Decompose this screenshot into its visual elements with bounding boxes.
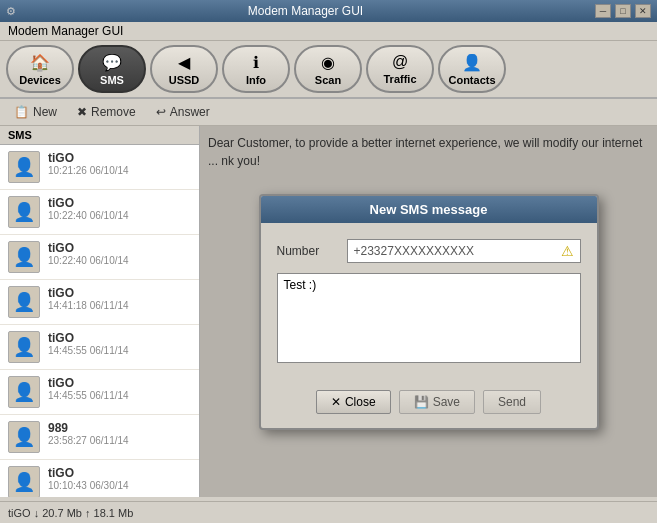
avatar: 👤	[8, 331, 40, 363]
sms-time: 14:41:18 06/11/14	[48, 300, 191, 311]
sms-time: 14:45:55 06/11/14	[48, 390, 191, 401]
sms-sender: tiGO	[48, 241, 191, 255]
sms-panel: SMS 👤 tiGO 10:21:26 06/10/14 👤 tiGO 10:2…	[0, 126, 200, 497]
sms-time: 10:22:40 06/10/14	[48, 255, 191, 266]
sms-time: 23:58:27 06/11/14	[48, 435, 191, 446]
avatar: 👤	[8, 196, 40, 228]
nav-label-sms: SMS	[100, 74, 124, 86]
gear-icon: ⚙	[6, 5, 16, 18]
nav-label-traffic: Traffic	[383, 73, 416, 85]
nav-label-info: Info	[246, 74, 266, 86]
menu-bar: Modem Manager GUI	[0, 22, 657, 41]
sms-sender: tiGO	[48, 151, 191, 165]
sms-time: 10:22:40 06/10/14	[48, 210, 191, 221]
close-icon: ✕	[331, 395, 341, 409]
minimize-button[interactable]: ─	[595, 4, 611, 18]
status-text: tiGO ↓ 20.7 Mb ↑ 18.1 Mb	[8, 507, 133, 519]
sms-sender: tiGO	[48, 196, 191, 210]
info-icon: ℹ	[253, 53, 259, 72]
nav-toolbar: 🏠 Devices 💬 SMS ◀ USSD ℹ Info ◉ Scan @ T…	[0, 41, 657, 99]
answer-label: Answer	[170, 105, 210, 119]
app-menu-label: Modem Manager GUI	[8, 24, 123, 38]
list-item[interactable]: 👤 tiGO 10:10:43 06/30/14	[0, 460, 199, 497]
window-title: Modem Manager GUI	[16, 4, 595, 18]
warning-icon: ⚠	[561, 243, 574, 259]
close-button[interactable]: ✕ Close	[316, 390, 391, 414]
answer-icon: ↩	[156, 105, 166, 119]
nav-btn-devices[interactable]: 🏠 Devices	[6, 45, 74, 93]
dialog-footer: ✕ Close 💾 Save Send	[261, 382, 597, 428]
message-textarea[interactable]	[277, 273, 581, 363]
sms-time: 10:21:26 06/10/14	[48, 165, 191, 176]
list-item[interactable]: 👤 tiGO 14:45:55 06/11/14	[0, 370, 199, 415]
traffic-icon: @	[392, 53, 408, 71]
dialog-body: Number +23327XXXXXXXXXX ⚠	[261, 223, 597, 382]
close-button[interactable]: ✕	[635, 4, 651, 18]
maximize-button[interactable]: □	[615, 4, 631, 18]
nav-label-devices: Devices	[19, 74, 61, 86]
new-label: New	[33, 105, 57, 119]
contacts-icon: 👤	[462, 53, 482, 72]
sms-sender: tiGO	[48, 376, 191, 390]
content-area: Dear Customer, to provide a better inter…	[200, 126, 657, 497]
avatar: 👤	[8, 376, 40, 408]
new-button[interactable]: 📋 New	[8, 103, 63, 121]
nav-btn-info[interactable]: ℹ Info	[222, 45, 290, 93]
close-label: Close	[345, 395, 376, 409]
sms-sender: tiGO	[48, 286, 191, 300]
nav-btn-traffic[interactable]: @ Traffic	[366, 45, 434, 93]
window-controls: ─ □ ✕	[595, 4, 651, 18]
list-item[interactable]: 👤 tiGO 10:22:40 06/10/14	[0, 235, 199, 280]
main-content: SMS 👤 tiGO 10:21:26 06/10/14 👤 tiGO 10:2…	[0, 126, 657, 497]
nav-btn-sms[interactable]: 💬 SMS	[78, 45, 146, 93]
nav-label-contacts: Contacts	[448, 74, 495, 86]
dialog-overlay: New SMS message Number +23327XXXXXXXXXX …	[200, 126, 657, 497]
number-row: Number +23327XXXXXXXXXX ⚠	[277, 239, 581, 263]
title-bar: ⚙ Modem Manager GUI ─ □ ✕	[0, 0, 657, 22]
dialog-title: New SMS message	[261, 196, 597, 223]
sms-sender: tiGO	[48, 331, 191, 345]
avatar: 👤	[8, 421, 40, 453]
avatar: 👤	[8, 286, 40, 318]
save-label: Save	[433, 395, 460, 409]
home-icon: 🏠	[30, 53, 50, 72]
sms-time: 10:10:43 06/30/14	[48, 480, 191, 491]
ussd-icon: ◀	[178, 53, 190, 72]
sms-sender: tiGO	[48, 466, 191, 480]
answer-button[interactable]: ↩ Answer	[150, 103, 216, 121]
list-item[interactable]: 👤 tiGO 14:41:18 06/11/14	[0, 280, 199, 325]
send-button[interactable]: Send	[483, 390, 541, 414]
save-icon: 💾	[414, 395, 429, 409]
save-button[interactable]: 💾 Save	[399, 390, 475, 414]
sms-panel-header: SMS	[0, 126, 199, 145]
nav-btn-scan[interactable]: ◉ Scan	[294, 45, 362, 93]
avatar: 👤	[8, 241, 40, 273]
sms-sender: 989	[48, 421, 191, 435]
list-item[interactable]: 👤 989 23:58:27 06/11/14	[0, 415, 199, 460]
sms-time: 14:45:55 06/11/14	[48, 345, 191, 356]
list-item[interactable]: 👤 tiGO 14:45:55 06/11/14	[0, 325, 199, 370]
status-bar: tiGO ↓ 20.7 Mb ↑ 18.1 Mb	[0, 501, 657, 523]
action-toolbar: 📋 New ✖ Remove ↩ Answer	[0, 99, 657, 126]
number-input-container[interactable]: +23327XXXXXXXXXX ⚠	[347, 239, 581, 263]
list-item[interactable]: 👤 tiGO 10:21:26 06/10/14	[0, 145, 199, 190]
avatar: 👤	[8, 151, 40, 183]
remove-button[interactable]: ✖ Remove	[71, 103, 142, 121]
scan-icon: ◉	[321, 53, 335, 72]
sms-icon: 💬	[102, 53, 122, 72]
nav-btn-contacts[interactable]: 👤 Contacts	[438, 45, 506, 93]
new-sms-dialog: New SMS message Number +23327XXXXXXXXXX …	[259, 194, 599, 430]
send-label: Send	[498, 395, 526, 409]
new-icon: 📋	[14, 105, 29, 119]
remove-label: Remove	[91, 105, 136, 119]
avatar: 👤	[8, 466, 40, 497]
number-label: Number	[277, 244, 337, 258]
nav-label-ussd: USSD	[169, 74, 200, 86]
list-item[interactable]: 👤 tiGO 10:22:40 06/10/14	[0, 190, 199, 235]
remove-icon: ✖	[77, 105, 87, 119]
nav-btn-ussd[interactable]: ◀ USSD	[150, 45, 218, 93]
nav-label-scan: Scan	[315, 74, 341, 86]
number-value: +23327XXXXXXXXXX	[354, 244, 474, 258]
